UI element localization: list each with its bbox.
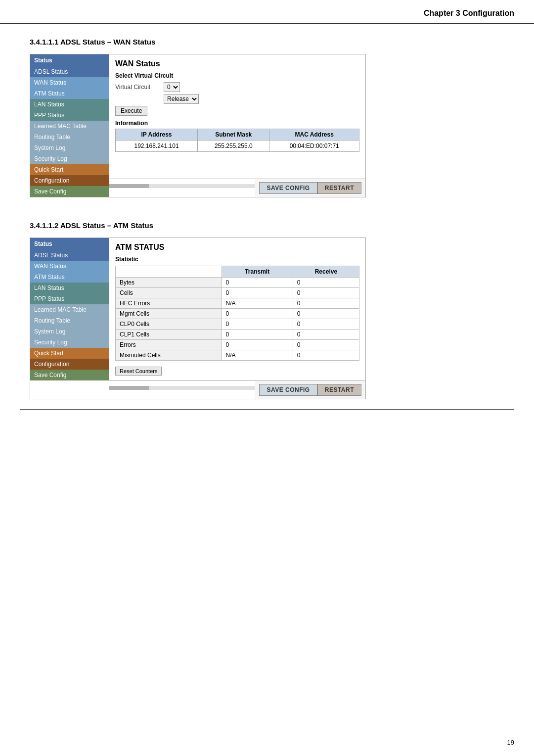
col-subnet-mask: Subnet Mask (198, 129, 269, 141)
atm-row-transmit-6: 0 (222, 340, 293, 350)
sidebar-item-atm-status-1[interactable]: ATM Status (30, 88, 109, 99)
table-row: Cells 0 0 (116, 288, 359, 298)
wan-scrollbar[interactable] (109, 184, 255, 192)
wan-info-table: IP Address Subnet Mask MAC Address 192.1… (115, 129, 359, 152)
table-row: CLP1 Cells 0 0 (116, 330, 359, 340)
atm-save-config-button[interactable]: SAVE CONFIG (259, 384, 317, 396)
sidebar-2: Status ADSL Status WAN Status ATM Status… (30, 238, 109, 399)
atm-row-receive-2: 0 (293, 298, 359, 309)
table-row: CLP0 Cells 0 0 (116, 319, 359, 330)
section-atm-status: 3.4.1.1.2 ADSL Status – ATM Status Statu… (0, 207, 534, 409)
reset-counters-button[interactable]: Reset Counters (115, 367, 162, 376)
atm-row-transmit-1: 0 (222, 288, 293, 298)
atm-row-label-3: Mgmt Cells (116, 309, 222, 319)
atm-row-label-2: HEC Errors (116, 298, 222, 309)
ip-address-value: 192.168.241.101 (116, 141, 198, 152)
wan-main: WAN Status Select Virtual Circuit Virtua… (109, 54, 365, 197)
atm-row-transmit-7: N/A (222, 350, 293, 361)
bottom-divider (20, 409, 514, 410)
sidebar-item-adsl-status-1[interactable]: ADSL Status (30, 66, 109, 77)
sidebar-item-lan-status-2[interactable]: LAN Status (30, 283, 109, 293)
atm-row-receive-5: 0 (293, 330, 359, 340)
sidebar-item-lan-status-1[interactable]: LAN Status (30, 99, 109, 110)
section1-title: 3.4.1.1.1 ADSL Status – WAN Status (30, 38, 504, 46)
atm-row-label-5: CLP1 Cells (116, 330, 222, 340)
virtual-circuit-row: Virtual Circuit 0 (115, 82, 359, 92)
sidebar-item-ppp-status-2[interactable]: PPP Status (30, 293, 109, 304)
atm-restart-button[interactable]: RESTART (317, 384, 361, 396)
col-mac-address: MAC Address (269, 129, 359, 141)
atm-row-transmit-2: N/A (222, 298, 293, 309)
atm-content: ATM STATUS Statistic Transmit Receive By… (109, 238, 365, 380)
sidebar-item-system-log-2[interactable]: System Log (30, 326, 109, 337)
atm-row-label-0: Bytes (116, 278, 222, 288)
atm-row-receive-0: 0 (293, 278, 359, 288)
table-row: 192.168.241.101 255.255.255.0 00:04:ED:0… (116, 141, 359, 152)
sidebar-item-atm-status-2[interactable]: ATM Status (30, 272, 109, 283)
sidebar-item-configuration-2[interactable]: Configuration (30, 359, 109, 370)
virtual-circuit-select-0[interactable]: 0 (164, 82, 180, 92)
atm-row-label-6: Errors (116, 340, 222, 350)
atm-row-label-4: CLP0 Cells (116, 319, 222, 330)
atm-row-receive-1: 0 (293, 288, 359, 298)
atm-bottom-bar: SAVE CONFIG RESTART (109, 380, 365, 399)
sidebar-item-configuration-1[interactable]: Configuration (30, 175, 109, 186)
section-wan-status: 3.4.1.1.1 ADSL Status – WAN Status Statu… (0, 24, 534, 207)
sidebar-item-save-config-1[interactable]: Save Config (30, 186, 109, 197)
wan-footer: SAVE CONFIG RESTART (255, 179, 365, 197)
sidebar-item-learned-mac-2[interactable]: Learned MAC Table (30, 304, 109, 315)
atm-row-transmit-5: 0 (222, 330, 293, 340)
sidebar-item-wan-status-2[interactable]: WAN Status (30, 261, 109, 272)
col-ip-address: IP Address (116, 129, 198, 141)
execute-button[interactable]: Execute (115, 106, 147, 116)
atm-row-receive-4: 0 (293, 319, 359, 330)
sidebar-item-ppp-status-1[interactable]: PPP Status (30, 110, 109, 121)
sidebar-item-learned-mac-1[interactable]: Learned MAC Table (30, 121, 109, 132)
atm-sub-label: Statistic (115, 256, 359, 263)
atm-row-transmit-4: 0 (222, 319, 293, 330)
sidebar-1-header: Status (30, 54, 109, 66)
sidebar-1: Status ADSL Status WAN Status ATM Status… (30, 54, 109, 197)
page-number: 19 (507, 739, 514, 746)
atm-panel-title: ATM STATUS (115, 243, 359, 252)
release-row: Release (115, 94, 359, 104)
atm-row-receive-7: 0 (293, 350, 359, 361)
sidebar-item-routing-table-1[interactable]: Routing Table (30, 132, 109, 142)
wan-save-config-button[interactable]: SAVE CONFIG (259, 182, 317, 194)
atm-main: ATM STATUS Statistic Transmit Receive By… (109, 238, 365, 399)
atm-row-transmit-3: 0 (222, 309, 293, 319)
sidebar-item-wan-status-1[interactable]: WAN Status (30, 77, 109, 88)
atm-scrollbar[interactable] (109, 386, 255, 394)
atm-row-transmit-0: 0 (222, 278, 293, 288)
reset-counters-row: Reset Counters (115, 364, 359, 376)
execute-row: Execute (115, 106, 359, 116)
col-receive: Receive (293, 266, 359, 278)
sidebar-item-routing-table-2[interactable]: Routing Table (30, 315, 109, 326)
sidebar-item-save-config-2[interactable]: Save Config (30, 370, 109, 380)
table-row: Mgmt Cells 0 0 (116, 309, 359, 319)
wan-status-container: Status ADSL Status WAN Status ATM Status… (30, 54, 366, 197)
wan-bottom-bar: SAVE CONFIG RESTART (109, 179, 365, 197)
sidebar-item-security-log-2[interactable]: Security Log (30, 337, 109, 348)
atm-row-receive-6: 0 (293, 340, 359, 350)
table-row: Bytes 0 0 (116, 278, 359, 288)
sidebar-item-quick-start-2[interactable]: Quick Start (30, 348, 109, 359)
table-row: Errors 0 0 (116, 340, 359, 350)
page-header: Chapter 3 Configuration (0, 0, 534, 24)
subnet-mask-value: 255.255.255.0 (198, 141, 269, 152)
section2-title: 3.4.1.1.2 ADSL Status – ATM Status (30, 221, 504, 230)
chapter-title: Chapter 3 Configuration (424, 9, 514, 18)
atm-row-label-1: Cells (116, 288, 222, 298)
table-row: Misrouted Cells N/A 0 (116, 350, 359, 361)
sidebar-item-adsl-status-2[interactable]: ADSL Status (30, 250, 109, 261)
table-row: HEC Errors N/A 0 (116, 298, 359, 309)
wan-panel-title: WAN Status (115, 59, 359, 68)
atm-footer: SAVE CONFIG RESTART (255, 381, 365, 399)
col-transmit: Transmit (222, 266, 293, 278)
sidebar-item-quick-start-1[interactable]: Quick Start (30, 164, 109, 175)
col-stat-label (116, 266, 222, 278)
wan-restart-button[interactable]: RESTART (317, 182, 361, 194)
sidebar-item-system-log-1[interactable]: System Log (30, 142, 109, 153)
sidebar-item-security-log-1[interactable]: Security Log (30, 153, 109, 164)
release-select[interactable]: Release (164, 94, 199, 104)
